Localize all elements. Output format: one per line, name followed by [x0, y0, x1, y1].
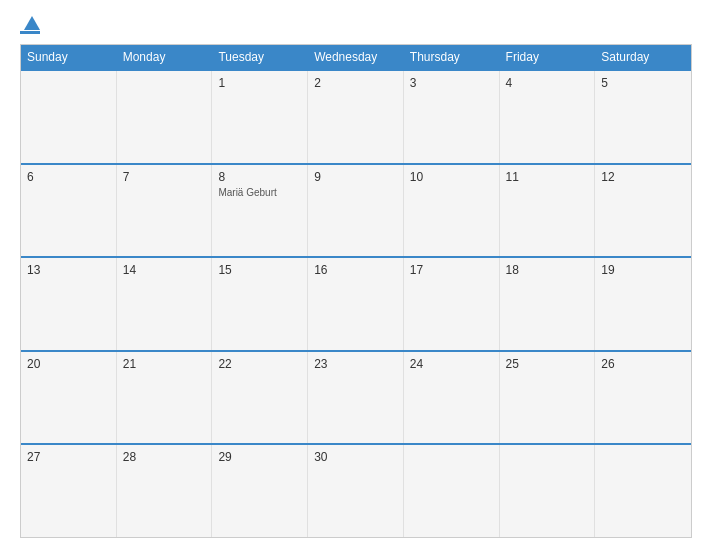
day-number: 10 — [410, 170, 493, 184]
day-cell: 28 — [117, 445, 213, 537]
day-header-saturday: Saturday — [595, 45, 691, 69]
day-number: 26 — [601, 357, 685, 371]
day-cell — [117, 71, 213, 163]
day-cell: 22 — [212, 352, 308, 444]
day-number: 21 — [123, 357, 206, 371]
day-number: 2 — [314, 76, 397, 90]
calendar-grid: SundayMondayTuesdayWednesdayThursdayFrid… — [20, 44, 692, 538]
day-header-tuesday: Tuesday — [212, 45, 308, 69]
week-row-5: 27282930 — [21, 443, 691, 537]
day-cell: 19 — [595, 258, 691, 350]
day-cell — [404, 445, 500, 537]
day-header-friday: Friday — [500, 45, 596, 69]
day-number: 6 — [27, 170, 110, 184]
day-cell: 11 — [500, 165, 596, 257]
day-cell: 20 — [21, 352, 117, 444]
day-number: 3 — [410, 76, 493, 90]
week-row-2: 678Mariä Geburt9101112 — [21, 163, 691, 257]
day-cell — [500, 445, 596, 537]
holiday-label: Mariä Geburt — [218, 187, 301, 199]
day-number: 22 — [218, 357, 301, 371]
day-cell: 14 — [117, 258, 213, 350]
day-cell: 7 — [117, 165, 213, 257]
day-number: 29 — [218, 450, 301, 464]
day-cell: 25 — [500, 352, 596, 444]
day-number: 8 — [218, 170, 301, 184]
day-cell: 30 — [308, 445, 404, 537]
day-cell: 23 — [308, 352, 404, 444]
day-cell: 26 — [595, 352, 691, 444]
day-number: 15 — [218, 263, 301, 277]
day-cell — [595, 445, 691, 537]
week-row-1: 12345 — [21, 69, 691, 163]
day-cell: 29 — [212, 445, 308, 537]
day-cell: 8Mariä Geburt — [212, 165, 308, 257]
week-row-3: 13141516171819 — [21, 256, 691, 350]
day-number: 17 — [410, 263, 493, 277]
day-cell: 6 — [21, 165, 117, 257]
day-number: 9 — [314, 170, 397, 184]
day-header-thursday: Thursday — [404, 45, 500, 69]
logo-underline — [20, 31, 40, 34]
day-number: 28 — [123, 450, 206, 464]
day-number: 24 — [410, 357, 493, 371]
day-number: 11 — [506, 170, 589, 184]
day-cell: 17 — [404, 258, 500, 350]
day-cell: 21 — [117, 352, 213, 444]
day-cell: 27 — [21, 445, 117, 537]
day-cell: 5 — [595, 71, 691, 163]
day-header-sunday: Sunday — [21, 45, 117, 69]
day-number: 4 — [506, 76, 589, 90]
day-headers-row: SundayMondayTuesdayWednesdayThursdayFrid… — [21, 45, 691, 69]
day-number: 25 — [506, 357, 589, 371]
day-number: 13 — [27, 263, 110, 277]
day-header-wednesday: Wednesday — [308, 45, 404, 69]
day-number: 19 — [601, 263, 685, 277]
day-number: 18 — [506, 263, 589, 277]
day-cell: 13 — [21, 258, 117, 350]
day-number: 30 — [314, 450, 397, 464]
day-cell — [21, 71, 117, 163]
day-number: 1 — [218, 76, 301, 90]
day-cell: 12 — [595, 165, 691, 257]
week-row-4: 20212223242526 — [21, 350, 691, 444]
day-cell: 10 — [404, 165, 500, 257]
day-cell: 4 — [500, 71, 596, 163]
calendar-page: SundayMondayTuesdayWednesdayThursdayFrid… — [0, 0, 712, 550]
day-number: 23 — [314, 357, 397, 371]
day-cell: 9 — [308, 165, 404, 257]
day-number: 12 — [601, 170, 685, 184]
day-number: 16 — [314, 263, 397, 277]
logo-triangle-icon — [24, 16, 40, 30]
day-number: 27 — [27, 450, 110, 464]
day-cell: 3 — [404, 71, 500, 163]
day-number: 20 — [27, 357, 110, 371]
weeks-container: 12345678Mariä Geburt91011121314151617181… — [21, 69, 691, 537]
day-cell: 16 — [308, 258, 404, 350]
day-cell: 24 — [404, 352, 500, 444]
day-cell: 18 — [500, 258, 596, 350]
day-number: 14 — [123, 263, 206, 277]
day-cell: 1 — [212, 71, 308, 163]
header — [20, 16, 692, 34]
day-number: 5 — [601, 76, 685, 90]
logo — [20, 16, 40, 34]
day-cell: 2 — [308, 71, 404, 163]
day-number: 7 — [123, 170, 206, 184]
day-cell: 15 — [212, 258, 308, 350]
day-header-monday: Monday — [117, 45, 213, 69]
